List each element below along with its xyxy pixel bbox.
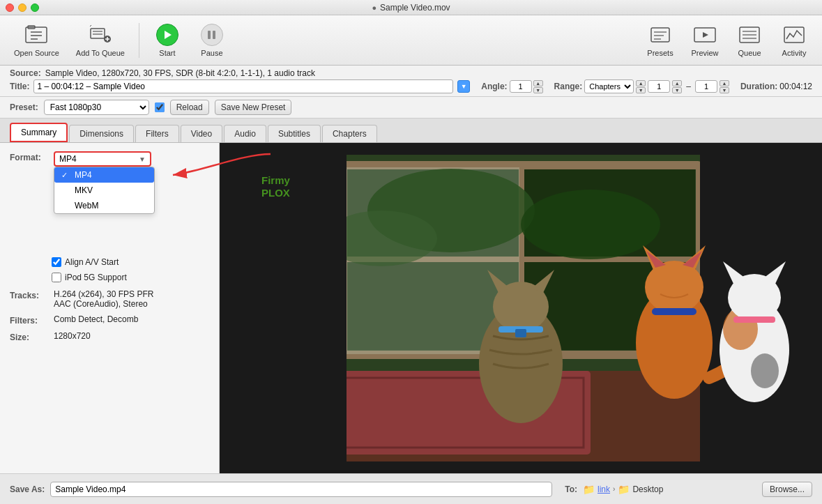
to-label: To:	[565, 484, 577, 494]
tab-filters-label: Filters	[146, 129, 169, 139]
add-to-queue-button[interactable]: Add To Queue	[69, 20, 132, 61]
range-start-up[interactable]: ▲	[672, 80, 682, 86]
tab-chapters[interactable]: Chapters	[322, 125, 377, 142]
preview-label: Preview	[691, 49, 718, 57]
format-dropdown-menu: ✓ MP4 MKV WebM	[54, 167, 155, 214]
play-circle	[156, 24, 178, 46]
titlebar-doc-icon: ●	[372, 3, 376, 12]
main-content: Summary Dimensions Filters Video Audio S…	[0, 119, 822, 473]
angle-up-arrow[interactable]: ▲	[533, 80, 543, 86]
range-up-arrow[interactable]: ▲	[636, 80, 646, 86]
pause-button[interactable]: Pause	[191, 20, 233, 61]
tracks-label: Tracks:	[10, 291, 48, 300]
format-option-mp4[interactable]: ✓ MP4	[54, 167, 154, 183]
open-source-button[interactable]: Open Source	[7, 20, 66, 61]
start-button[interactable]: Start	[146, 20, 188, 61]
activity-button[interactable]: Activity	[773, 20, 815, 61]
angle-arrows: ▲ ▼	[533, 80, 543, 93]
activity-label: Activity	[782, 49, 807, 57]
tab-dimensions[interactable]: Dimensions	[69, 125, 134, 142]
range-end-input[interactable]	[695, 80, 717, 93]
preset-checkbox[interactable]	[155, 102, 165, 112]
tab-summary[interactable]: Summary	[10, 123, 68, 142]
pause-bar-1	[208, 31, 211, 39]
preset-select[interactable]: Fast 1080p30 Very Fast 1080p30 HQ 1080p3…	[44, 100, 149, 115]
preset-label: Preset:	[10, 102, 38, 112]
open-source-label: Open Source	[14, 49, 59, 57]
svg-text:Firmy: Firmy	[261, 174, 291, 186]
maximize-button[interactable]	[31, 3, 39, 12]
presets-button[interactable]: Presets	[639, 20, 681, 61]
angle-label: Angle:	[481, 82, 507, 91]
save-as-input[interactable]	[50, 482, 552, 497]
filters-row: Filters: Comb Detect, Decomb	[10, 314, 209, 326]
desktop-folder-icon: 📁	[618, 484, 630, 495]
tab-summary-label: Summary	[21, 128, 56, 137]
range-end-up[interactable]: ▲	[720, 80, 729, 86]
minimize-button[interactable]	[18, 3, 26, 12]
range-select[interactable]: Chapters Seconds Frames	[584, 79, 634, 93]
format-row: Format: MP4 ▼ ✓ MP4 MKV	[10, 151, 209, 167]
svg-marker-16	[703, 32, 708, 38]
format-chevron-icon: ▼	[139, 155, 146, 163]
folder-icon: 📁	[583, 484, 595, 495]
svg-rect-0	[26, 27, 47, 43]
chevron-icon: ›	[613, 485, 615, 493]
start-label: Start	[159, 49, 175, 57]
window-controls	[6, 3, 39, 12]
format-selected-value: MP4	[59, 154, 77, 164]
tab-video[interactable]: Video	[181, 125, 222, 142]
tab-filters[interactable]: Filters	[135, 125, 179, 142]
save-new-preset-button[interactable]: Save New Preset	[215, 100, 292, 115]
pause-icon	[201, 24, 223, 46]
presets-label: Presets	[647, 49, 673, 57]
destination-folder[interactable]: Desktop	[632, 484, 663, 494]
browse-button[interactable]: Browse...	[762, 482, 812, 497]
angle-down-arrow[interactable]: ▼	[533, 87, 543, 93]
title-row: Title: ▼ Angle: ▲ ▼ Range: Chapters Seco…	[10, 79, 812, 93]
range-start-down[interactable]: ▼	[672, 87, 682, 93]
title-input[interactable]	[33, 79, 453, 93]
format-dropdown-trigger[interactable]: MP4 ▼	[54, 151, 151, 167]
source-value: Sample Video, 1280x720, 30 FPS, SDR (8-b…	[45, 68, 315, 78]
reload-button[interactable]: Reload	[170, 100, 209, 115]
angle-input[interactable]	[510, 80, 532, 93]
align-av-checkbox[interactable]	[52, 257, 61, 267]
svg-rect-44	[652, 308, 697, 315]
content-area: Format: MP4 ▼ ✓ MP4 MKV	[0, 143, 822, 473]
destination-link[interactable]: link	[598, 484, 610, 494]
align-av-checkbox-row: Align A/V Start	[52, 257, 119, 267]
save-as-label: Save As:	[10, 484, 45, 494]
toolbar-separator-1	[139, 23, 139, 58]
queue-label: Queue	[738, 49, 761, 57]
tab-audio[interactable]: Audio	[224, 125, 266, 142]
add-to-queue-icon	[89, 24, 112, 46]
range-start-input[interactable]	[648, 80, 670, 93]
tabs-bar: Summary Dimensions Filters Video Audio S…	[0, 119, 822, 143]
start-icon	[156, 24, 178, 46]
close-button[interactable]	[6, 3, 14, 12]
ipod-checkbox[interactable]	[52, 273, 61, 282]
format-option-webm[interactable]: WebM	[54, 198, 154, 213]
range-down-arrow[interactable]: ▼	[636, 87, 646, 93]
pause-bar-2	[213, 31, 215, 39]
tracks-line2: AAC (CoreAudio), Stereo	[54, 299, 153, 309]
size-label: Size:	[10, 333, 48, 342]
title-dropdown-btn[interactable]: ▼	[457, 80, 470, 93]
format-option-mkv[interactable]: MKV	[54, 183, 154, 198]
range-label: Range:	[554, 82, 583, 91]
align-av-label: Align A/V Start	[65, 257, 119, 267]
title-label: Title:	[10, 82, 29, 91]
svg-rect-57	[733, 316, 775, 323]
preview-button[interactable]: Preview	[684, 20, 726, 61]
align-av-row: Align A/V Start	[52, 257, 209, 267]
range-end-arrows: ▲ ▼	[720, 80, 729, 93]
tab-subtitles[interactable]: Subtitles	[268, 125, 321, 142]
range-end-down[interactable]: ▼	[720, 87, 729, 93]
format-label: Format:	[10, 153, 48, 162]
bottom-bar: Save As: To: 📁 link › 📁 Desktop Browse..…	[0, 473, 822, 504]
pause-label: Pause	[201, 49, 222, 57]
video-preview-panel: Firmy PLOX	[220, 143, 822, 473]
queue-button[interactable]: Queue	[729, 20, 770, 61]
activity-icon	[783, 24, 805, 46]
